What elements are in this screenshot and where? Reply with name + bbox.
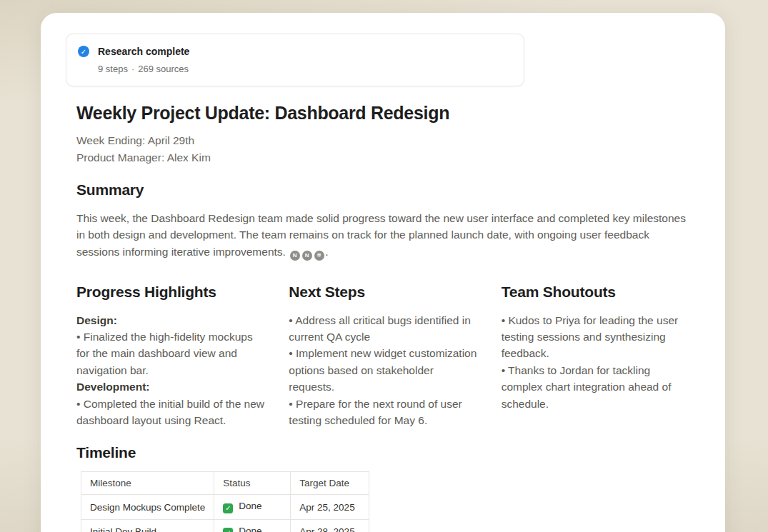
status-label: Done <box>239 526 261 532</box>
list-item: • Finalized the high-fidelity mockups fo… <box>76 328 264 378</box>
section-heading-next-steps: Next Steps <box>289 283 477 301</box>
bold-label: Development: <box>76 378 264 395</box>
column-team-shoutouts: Team Shoutouts • Kudos to Priya for lead… <box>502 268 689 429</box>
research-complete-card[interactable]: ✓ Research complete 9 steps·269 sources <box>66 34 524 86</box>
status-cell: ✓Done <box>214 519 291 532</box>
status-label: Done <box>239 501 261 511</box>
list-item: • Prepare for the next round of user tes… <box>289 396 477 429</box>
research-sources-count: 269 sources <box>138 64 189 74</box>
team-shoutouts-content: • Kudos to Priya for leading the user te… <box>502 312 689 412</box>
section-heading-progress-highlights: Progress Highlights <box>76 283 264 301</box>
page-title: Weekly Project Update: Dashboard Redesig… <box>76 102 689 124</box>
document-meta: Week Ending: April 29th Product Manager:… <box>76 132 689 166</box>
done-checkbox-icon: ✓ <box>223 503 233 513</box>
milestone-cell: Initial Dev Build <box>81 519 214 532</box>
column-next-steps: Next Steps • Address all critical bugs i… <box>289 268 477 429</box>
summary-text: This week, the Dashboard Redesign team m… <box>76 212 686 258</box>
source-citations: NN✻. <box>289 246 328 258</box>
bold-label: Design: <box>76 312 264 328</box>
column-progress-highlights: Progress Highlights Design: • Finalized … <box>76 268 264 429</box>
section-heading-team-shoutouts: Team Shoutouts <box>502 283 689 301</box>
list-item: • Implement new widget customization opt… <box>289 345 477 395</box>
list-item: • Kudos to Priya for leading the user te… <box>502 312 689 362</box>
page-background: ✓ Research complete 9 steps·269 sources … <box>0 0 768 532</box>
dot-separator: · <box>131 64 134 74</box>
check-circle-icon: ✓ <box>78 46 89 57</box>
list-item: • Completed the initial build of the new… <box>76 396 264 429</box>
section-heading-summary: Summary <box>76 181 689 199</box>
week-ending-line: Week Ending: April 29th <box>76 132 689 149</box>
document-card: ✓ Research complete 9 steps·269 sources … <box>41 13 725 532</box>
product-manager-line: Product Manager: Alex Kim <box>76 149 689 166</box>
table-header-status: Status <box>214 472 291 495</box>
research-status-title: Research complete <box>98 44 189 59</box>
table-header-row: Milestone Status Target Date <box>81 472 369 495</box>
timeline-table: Milestone Status Target Date Design Mock… <box>81 471 369 532</box>
summary-paragraph: This week, the Dashboard Redesign team m… <box>76 210 689 261</box>
notion-source-icon[interactable]: N <box>302 251 312 261</box>
date-cell: Apr 28, 2025 <box>291 519 369 532</box>
date-cell: Apr 25, 2025 <box>291 495 369 520</box>
columns-section: Progress Highlights Design: • Finalized … <box>76 268 689 429</box>
next-steps-content: • Address all critical bugs identified i… <box>289 312 477 429</box>
list-item: • Address all critical bugs identified i… <box>289 312 477 346</box>
research-card-text: Research complete 9 steps·269 sources <box>98 44 189 75</box>
section-heading-timeline: Timeline <box>76 443 689 462</box>
progress-highlights-content: Design: • Finalized the high-fidelity mo… <box>76 312 264 429</box>
status-cell: ✓Done <box>214 495 291 520</box>
research-meta: 9 steps·269 sources <box>98 63 189 75</box>
notion-source-icon[interactable]: N <box>290 251 300 261</box>
list-item: • Thanks to Jordan for tackling complex … <box>502 362 689 412</box>
summary-trailing-period: . <box>325 246 328 258</box>
slack-source-icon[interactable]: ✻ <box>314 251 324 261</box>
research-steps-count: 9 steps <box>98 64 128 74</box>
table-header-milestone: Milestone <box>81 472 214 495</box>
table-row: Design Mockups Complete ✓Done Apr 25, 20… <box>81 495 369 520</box>
done-checkbox-icon: ✓ <box>223 528 233 532</box>
table-row: Initial Dev Build ✓Done Apr 28, 2025 <box>81 519 369 532</box>
milestone-cell: Design Mockups Complete <box>81 495 214 520</box>
table-header-target-date: Target Date <box>291 472 369 495</box>
